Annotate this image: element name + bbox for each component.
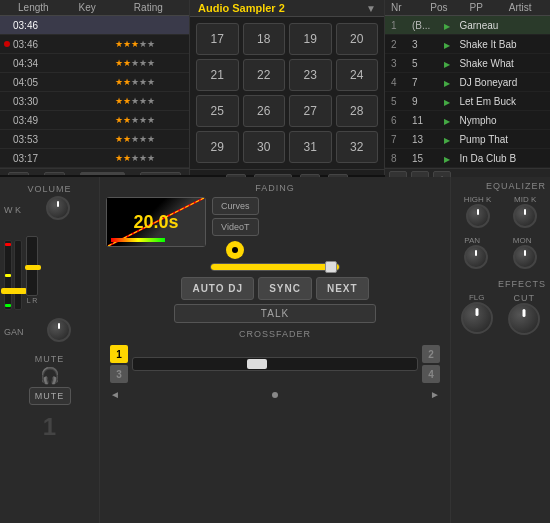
sampler-btn-28[interactable]: 28: [336, 95, 379, 127]
track-rating: ★★★★★: [115, 153, 185, 163]
right-fader-track[interactable]: [14, 240, 22, 310]
sampler-btn-32[interactable]: 32: [336, 131, 379, 163]
sampler-btn-29[interactable]: 29: [196, 131, 239, 163]
headphone-button[interactable]: 🎧: [4, 366, 95, 385]
track-time: 03:46: [13, 20, 69, 31]
sampler-btn-30[interactable]: 30: [243, 131, 286, 163]
table-row[interactable]: 3 5 ▶ Shake What: [385, 54, 550, 73]
track-pos: 13: [410, 134, 442, 145]
track-pos: 11: [410, 115, 442, 126]
flg-knob[interactable]: [461, 302, 493, 334]
crossfader-handle[interactable]: [247, 359, 267, 369]
track-time: 04:05: [13, 77, 69, 88]
table-row[interactable]: 03:46: [0, 16, 189, 35]
track-nr: 8: [389, 153, 410, 164]
auto-dj-button[interactable]: AUTO DJ: [181, 277, 254, 300]
sampler-title: Audio Sampler 2: [198, 2, 285, 14]
crossfader-label: CROSSFADER: [106, 329, 444, 339]
track-time: 03:49: [13, 115, 69, 126]
track-time: 03:30: [13, 96, 69, 107]
table-row[interactable]: 1 (B... ▶ Garneau: [385, 16, 550, 35]
crossfader-track[interactable]: [132, 357, 418, 371]
sampler-btn-17[interactable]: 17: [196, 23, 239, 55]
table-row[interactable]: 03:49 ★★★★★: [0, 111, 189, 130]
sampler-btn-26[interactable]: 26: [243, 95, 286, 127]
table-row[interactable]: 03:46 ★★★★★: [0, 35, 189, 54]
fading-dot-button[interactable]: [226, 241, 244, 259]
talk-button[interactable]: TALK: [174, 304, 377, 323]
sampler-btn-24[interactable]: 24: [336, 59, 379, 91]
track-pos: 5: [410, 58, 442, 69]
next-button[interactable]: ►: [44, 172, 65, 175]
dot-indicator: [4, 136, 10, 142]
left-fader-track[interactable]: [4, 240, 12, 310]
sampler-dropdown-icon[interactable]: ▼: [366, 3, 376, 14]
cf-right-arrow[interactable]: ►: [430, 389, 440, 400]
pan-knob[interactable]: [464, 245, 488, 269]
table-row[interactable]: 4 7 ▶ DJ Boneyard: [385, 73, 550, 92]
table-row[interactable]: 7 13 ▶ Pump That: [385, 130, 550, 149]
volume-slider-track[interactable]: [26, 236, 38, 296]
fading-label: FADING: [106, 183, 444, 193]
cut-knob[interactable]: [508, 303, 540, 335]
party-button[interactable]: PARTY: [140, 172, 181, 175]
track-artist: Let Em Buck: [457, 96, 546, 107]
gain-knob[interactable]: [47, 318, 71, 342]
curves-button[interactable]: Curves: [212, 197, 259, 215]
table-row[interactable]: 03:17 ★★★★★: [0, 149, 189, 168]
sampler-btn-23[interactable]: 23: [289, 59, 332, 91]
sampler-btn-25[interactable]: 25: [196, 95, 239, 127]
track-pp: ▶: [442, 134, 457, 145]
prev-button[interactable]: ◄: [8, 172, 29, 175]
track-time: 03:46: [13, 39, 69, 50]
volume-slider-handle[interactable]: [25, 265, 41, 270]
header-length: Length: [4, 2, 63, 13]
table-row[interactable]: 8 15 ▶ In Da Club B: [385, 149, 550, 168]
sync-button[interactable]: SYNC: [258, 277, 312, 300]
table-row[interactable]: 2 3 ▶ Shake It Bab: [385, 35, 550, 54]
effects-label: EFFECTS: [455, 279, 546, 289]
sampler-btn-18[interactable]: 18: [243, 23, 286, 55]
cut-label: CUT: [508, 293, 540, 303]
cf-left-arrow[interactable]: ◄: [110, 389, 120, 400]
fader-handle[interactable]: [11, 288, 27, 294]
track-pp: ▶: [442, 77, 457, 88]
table-row[interactable]: 6 11 ▶ Nympho: [385, 111, 550, 130]
flg-label: FLG: [461, 293, 493, 302]
sampler-btn-31[interactable]: 31: [289, 131, 332, 163]
fading-slider-handle[interactable]: [325, 261, 337, 273]
track-rating: ★★★★★: [115, 96, 185, 106]
next-button[interactable]: NEXT: [316, 277, 369, 300]
fading-slider-row: [106, 263, 444, 271]
track-nr: 7: [389, 134, 410, 145]
sampler-btn-27[interactable]: 27: [289, 95, 332, 127]
mon-knob[interactable]: [513, 245, 537, 269]
sampler-btn-21[interactable]: 21: [196, 59, 239, 91]
playlist-controls: ◄ ► SINGLE PARTY: [0, 168, 189, 175]
wk-label: W K: [4, 205, 21, 215]
eq-high-knob[interactable]: [466, 204, 490, 228]
single-button[interactable]: SINGLE: [80, 172, 125, 175]
fading-slider-track[interactable]: [210, 263, 340, 271]
sampler-btn-20[interactable]: 20: [336, 23, 379, 55]
sampler-btn-19[interactable]: 19: [289, 23, 332, 55]
eq-high-group: HIGH K: [464, 195, 492, 232]
table-row[interactable]: 03:30 ★★★★★: [0, 92, 189, 111]
table-row[interactable]: 03:53 ★★★★★: [0, 130, 189, 149]
table-row[interactable]: 04:05 ★★★★★: [0, 73, 189, 92]
track-artist: Shake What: [457, 58, 546, 69]
dot-indicator: [4, 60, 10, 66]
fading-option-buttons: Curves VideoT: [212, 197, 259, 259]
videot-button[interactable]: VideoT: [212, 218, 259, 236]
track-artist: Pump That: [457, 134, 546, 145]
pan-mon-row: PAN MON: [455, 236, 546, 273]
eq-mid-knob[interactable]: [513, 204, 537, 228]
table-row[interactable]: 5 9 ▶ Let Em Buck: [385, 92, 550, 111]
track-time: 03:17: [13, 153, 69, 164]
eq-mid-label: MID K: [513, 195, 537, 204]
sampler-btn-22[interactable]: 22: [243, 59, 286, 91]
track-rating: ★★★★★: [115, 115, 185, 125]
mute-button[interactable]: MUTE: [29, 387, 71, 405]
table-row[interactable]: 04:34 ★★★★★: [0, 54, 189, 73]
volume-knob[interactable]: [46, 196, 70, 220]
